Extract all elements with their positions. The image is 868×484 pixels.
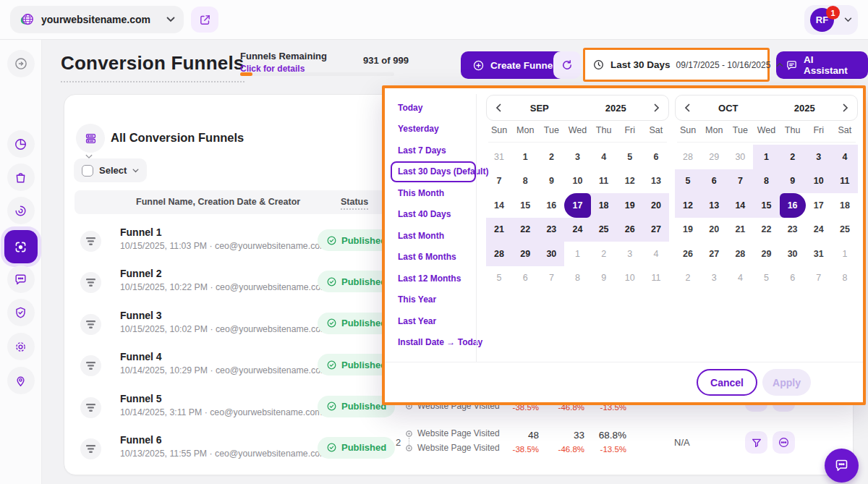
calendar-day[interactable]: 15 <box>753 193 779 218</box>
quick-option[interactable]: Last 6 Months <box>391 247 476 268</box>
calendar-day[interactable]: 1 <box>753 145 779 169</box>
calendar-day[interactable]: 25 <box>832 218 858 242</box>
calendar-day[interactable]: 3 <box>701 266 727 291</box>
calendar-day[interactable]: 1 <box>512 145 538 169</box>
quick-option[interactable]: Last Year <box>391 310 476 332</box>
calendar-day[interactable]: 29 <box>512 242 538 266</box>
calendar-day[interactable]: 7 <box>727 169 753 194</box>
calendar-day[interactable]: 5 <box>617 145 643 169</box>
calendar-day[interactable]: 28 <box>486 242 512 266</box>
calendar-day[interactable]: 7 <box>806 266 832 291</box>
calendar-day[interactable]: 30 <box>538 242 564 266</box>
calendar-day[interactable]: 14 <box>727 193 753 218</box>
calendar-day[interactable]: 20 <box>701 218 727 242</box>
next-month-icon[interactable] <box>654 103 660 112</box>
calendar-day[interactable]: 13 <box>701 193 727 218</box>
calendar-day[interactable]: 19 <box>675 218 701 242</box>
calendar-day[interactable]: 8 <box>753 169 779 194</box>
sidebar-item-conversion-funnels[interactable] <box>4 230 38 263</box>
quick-option[interactable]: Today <box>391 97 476 119</box>
calendar-day[interactable]: 10 <box>564 169 590 194</box>
quick-option[interactable]: This Month <box>391 182 476 204</box>
quick-option[interactable]: Install Date → Today <box>391 332 476 354</box>
calendar-day[interactable]: 26 <box>617 218 643 242</box>
calendar-day[interactable]: 1 <box>564 242 590 266</box>
prev-month-icon[interactable] <box>684 103 690 112</box>
calendar-day[interactable]: 2 <box>780 145 806 169</box>
next-month-icon[interactable] <box>843 103 848 112</box>
sidebar-item-chat[interactable] <box>7 266 35 293</box>
select-dropdown[interactable]: Select <box>74 158 147 182</box>
calendar-day[interactable]: 29 <box>753 242 779 266</box>
support-chat-button[interactable] <box>825 449 859 483</box>
calendar-day[interactable]: 31 <box>486 145 512 169</box>
calendar-day[interactable]: 3 <box>617 242 643 266</box>
sidebar-item-sessions[interactable] <box>7 197 35 224</box>
calendar-day[interactable]: 30 <box>780 242 806 266</box>
calendar-day[interactable]: 25 <box>591 218 617 242</box>
calendar-day[interactable]: 5 <box>486 266 512 291</box>
calendar-day[interactable]: 19 <box>617 193 643 218</box>
sidebar-item-store[interactable] <box>7 164 35 191</box>
calendar-day[interactable]: 18 <box>591 193 617 218</box>
calendar-day[interactable]: 18 <box>832 193 858 218</box>
calendar-day[interactable]: 6 <box>512 266 538 291</box>
calendar-day[interactable]: 27 <box>701 242 727 266</box>
calendar-day[interactable]: 17 <box>806 193 832 218</box>
website-selector[interactable]: yourwebsitename.com <box>10 6 184 33</box>
calendar-day[interactable]: 2 <box>538 145 564 169</box>
date-range-button[interactable]: Last 30 Days 09/17/2025 - 10/16/2025 <box>583 48 770 82</box>
calendar-day[interactable]: 4 <box>727 266 753 291</box>
calendar-day[interactable]: 10 <box>617 266 643 291</box>
calendar-day[interactable]: 10 <box>806 169 832 194</box>
quick-option[interactable]: Yesterday <box>391 119 476 140</box>
quick-option[interactable]: Last Month <box>391 225 476 247</box>
quick-option[interactable]: Last 12 Months <box>391 268 476 289</box>
calendar-day[interactable]: 9 <box>591 266 617 291</box>
calendar-day[interactable]: 6 <box>780 266 806 291</box>
calendar-day[interactable]: 3 <box>806 145 832 169</box>
calendar-day[interactable]: 28 <box>675 145 701 169</box>
calendar-day[interactable]: 12 <box>617 169 643 194</box>
quick-option[interactable]: Last 7 Days <box>391 140 476 161</box>
calendar-day[interactable]: 6 <box>643 145 669 169</box>
calendar-day[interactable]: 8 <box>512 169 538 194</box>
calendar-day[interactable]: 5 <box>675 169 701 194</box>
calendar-day[interactable]: 11 <box>591 169 617 194</box>
calendar-day[interactable]: 6 <box>701 169 727 194</box>
calendar-day[interactable]: 21 <box>727 218 753 242</box>
quick-option[interactable]: Last 40 Days <box>391 204 476 226</box>
calendar-day[interactable]: 1 <box>832 242 858 266</box>
calendar-day[interactable]: 12 <box>675 193 701 218</box>
calendar-day[interactable]: 11 <box>643 266 669 291</box>
calendar-day[interactable]: 7 <box>538 266 564 291</box>
calendar-day[interactable]: 14 <box>486 193 512 218</box>
calendar-day[interactable]: 31 <box>806 242 832 266</box>
select-all-checkbox[interactable] <box>82 165 93 177</box>
calendar-day[interactable]: 29 <box>701 145 727 169</box>
calendar-day[interactable]: 16 <box>538 193 564 218</box>
create-funnel-button[interactable]: Create Funnel <box>461 51 567 79</box>
calendar-day[interactable]: 11 <box>832 169 858 194</box>
sidebar-collapse-icon[interactable] <box>7 50 35 77</box>
calendar-day[interactable]: 7 <box>486 169 512 194</box>
funnel-view-button[interactable] <box>745 431 767 454</box>
sidebar-item-dashboard[interactable] <box>7 130 35 158</box>
calendar-day[interactable]: 9 <box>780 169 806 194</box>
calendar-day[interactable]: 27 <box>643 218 669 242</box>
calendar-day[interactable]: 9 <box>538 169 564 194</box>
calendar-day[interactable]: 23 <box>780 218 806 242</box>
sidebar-item-security[interactable] <box>7 299 35 326</box>
calendar-day[interactable]: 2 <box>675 266 701 291</box>
calendar-day[interactable]: 26 <box>675 242 701 266</box>
cancel-button[interactable]: Cancel <box>697 369 757 396</box>
quick-option[interactable]: This Year <box>391 289 476 311</box>
calendar-day[interactable]: 16 <box>780 193 806 218</box>
calendar-day[interactable]: 8 <box>564 266 590 291</box>
sidebar-item-location[interactable] <box>7 367 35 394</box>
calendar-day[interactable]: 15 <box>512 193 538 218</box>
calendar-day[interactable]: 8 <box>832 266 858 291</box>
calendar-day[interactable]: 4 <box>643 242 669 266</box>
calendar-day[interactable]: 30 <box>727 145 753 169</box>
quick-option[interactable]: Last 30 Days (Default) <box>391 161 476 183</box>
